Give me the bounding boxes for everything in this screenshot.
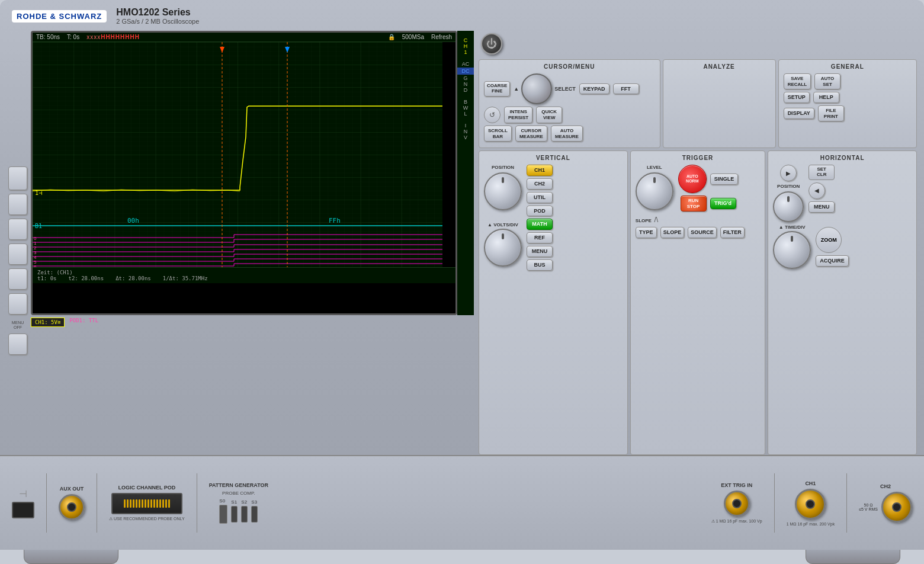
analyze-title: ANALYZE [668,63,771,70]
side-btn-7[interactable] [8,334,27,355]
time-div-knob[interactable] [773,231,811,269]
cursor-measure-button[interactable]: CURSOR MEASURE [515,126,547,142]
pod-button[interactable]: POD [527,206,553,217]
probe-warning: ⚠ USE RECOMMENDED PROBE ONLY [109,517,185,521]
side-btn-4[interactable] [8,243,27,265]
ext-trig-spec: ⚠ 1 MΩ 16 pF max. 100 Vp [711,519,762,524]
s1-section: S1 [231,499,238,523]
main-content: MENUOFF TB: 50ns T: 0s xxxxHHHHHHHH [7,31,917,455]
file-print-button[interactable]: FILE PRINT [818,105,844,121]
s3-connector[interactable] [251,506,258,523]
filter-button[interactable]: FILTER [720,227,745,238]
side-btn-5[interactable] [8,268,27,290]
svg-rect-2 [33,42,442,267]
logic-pod-connector[interactable] [111,493,182,514]
save-recall-button[interactable]: SAVE RECALL [784,73,811,89]
ext-trig-connector[interactable] [724,491,750,517]
setup-button[interactable]: SETUP [784,92,810,103]
pattern-gen-section: PATTERN GENERATOR PROBE COMP. S0 S1 S2 S… [209,482,268,524]
aux-out-connector[interactable] [59,494,85,520]
front-panel: ⊣ AUX OUT LOGIC CHANNEL POD [0,455,924,550]
cursor-menu-panel: CURSOR/MENU COARSE FINE ▲ SELECT KEYPAD … [479,59,660,148]
bottom-panels: VERTICAL POSITION CH1 CH2 UTIL POD [479,150,917,455]
single-button[interactable]: SINGLE [710,174,739,185]
volts-div-knob[interactable] [484,229,522,267]
quick-view-button[interactable]: QUICK VIEW [536,107,562,123]
bus-button[interactable]: BUS [527,259,553,271]
s0-label: S0 [219,498,227,504]
ref-button[interactable]: REF [527,232,553,243]
ch2-connector[interactable] [881,492,912,523]
side-buttons-left: MENUOFF [7,31,28,455]
s0-connector[interactable] [219,505,227,524]
divider-3 [197,473,197,533]
back-button[interactable]: ◀ [808,182,825,199]
s1-connector[interactable] [231,506,238,523]
source-button[interactable]: SOURCE [688,227,717,238]
fft-button[interactable]: FFT [613,84,639,95]
horizontal-extra-buttons: ZOOM ACQUIRE [816,227,849,267]
ac-indicator: AC [457,60,474,68]
intens-persist-button[interactable]: INTENS PERSIST [504,107,532,123]
general-panel: GENERAL SAVE RECALL AUTO SET SETUP HELP … [778,59,917,148]
slope-button[interactable]: SLOPE [660,227,685,238]
ch2-button[interactable]: CH2 [527,178,553,190]
trigD-indicator[interactable]: TRIG'd [710,198,736,209]
ch1-button[interactable]: CH1 [527,165,553,176]
type-button[interactable]: TYPE [636,227,657,238]
horiz-position-label: POSITION [777,184,800,189]
math-button[interactable]: MATH [527,219,553,230]
volts-div-label: ▲ VOLTS/DIV [487,222,518,227]
side-btn-6[interactable] [8,293,27,315]
trigger-level-knob[interactable] [636,172,673,210]
pod-pin [150,499,152,508]
divider-1 [46,473,47,533]
auto-measure-button[interactable]: AUTO MEASURE [551,126,583,142]
coarse-fine-button[interactable]: COARSE FINE [484,81,510,97]
play-button[interactable]: ▶ [780,165,797,181]
ch1-connector[interactable] [795,489,826,520]
general-row-2: SETUP HELP [784,92,912,103]
horizontal-menu-button[interactable]: MENU [808,201,835,213]
vertical-position-knob[interactable] [484,172,522,210]
util-button[interactable]: UTIL [527,192,553,203]
feet-area [0,550,924,564]
refresh-button[interactable]: ↺ [484,107,500,123]
run-stop-trigD-row: RUN STOP TRIG'd [681,196,736,212]
s2-connector[interactable] [241,506,248,523]
side-btn-1[interactable] [8,166,27,190]
vertical-menu-button[interactable]: MENU [527,246,553,257]
analyze-panel: ANALYZE [663,59,776,148]
ch1-indicator: CH1 [457,37,474,56]
usb-port[interactable] [12,502,34,518]
power-button[interactable]: ⏻ [481,33,502,55]
keypad-button[interactable]: KEYPAD [579,84,609,95]
help-button[interactable]: HELP [813,92,839,103]
run-stop-button[interactable]: RUN STOP [681,196,707,212]
position-label: POSITION [492,165,514,170]
vertical-buttons: CH1 CH2 UTIL POD [527,165,553,216]
timebase-display: TB: 50ns [36,34,60,40]
zoom-button[interactable]: ZOOM [816,227,842,253]
vertical-bottom: ▲ VOLTS/DIV MATH REF MENU BUS [484,219,623,270]
side-btn-3[interactable] [8,219,27,240]
ch2-front-label: CH2 [880,483,891,489]
acquire-button[interactable]: ACQUIRE [816,255,849,267]
auto-norm-button[interactable]: AUTO NORM [678,165,707,193]
display-button[interactable]: DISPLAY [784,108,814,119]
level-label: LEVEL [647,165,662,170]
general-title: GENERAL [784,63,912,70]
aux-out-label: AUX OUT [60,486,84,492]
horizontal-position-knob[interactable] [773,191,804,222]
set-clr-button[interactable]: SETCLR [808,165,835,180]
pod-pin [147,499,149,508]
sample-rate: 500MSa [402,34,424,40]
scroll-bar-button[interactable]: SCROLL BAR [484,126,512,142]
time-div-label: ▲ TIME/DIV [779,225,806,230]
pod-pin [145,499,146,508]
aux-out-section: AUX OUT [59,486,85,520]
auto-set-button[interactable]: AUTO SET [814,73,840,89]
select-knob[interactable] [521,73,552,104]
select-section: ▲ SELECT [514,73,575,104]
side-btn-2[interactable] [8,194,27,215]
